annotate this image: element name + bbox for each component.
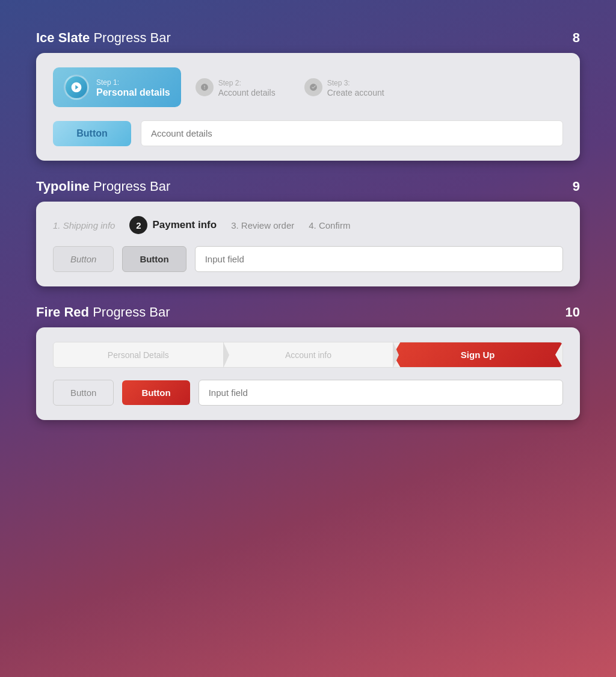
ice-slate-title-bold: Ice Slate xyxy=(36,30,90,45)
step-2-text: Step 2: Account details xyxy=(218,77,276,97)
typoline-step-4: 4. Confirm xyxy=(309,220,350,230)
step-1-detail: Personal details xyxy=(96,87,170,98)
step-1-text: Step 1: Personal details xyxy=(96,76,170,98)
ice-slate-section-label: Ice Slate Progress Bar 8 xyxy=(36,30,580,46)
ice-slate-step-1[interactable]: Step 1: Personal details xyxy=(53,67,181,107)
ice-slate-controls: Button xyxy=(53,120,563,146)
fire-button-red[interactable]: Button xyxy=(122,380,189,405)
ice-slate-number: 8 xyxy=(573,30,580,46)
step-1-icon xyxy=(64,75,89,100)
step-2-label: Step 2: xyxy=(218,79,241,87)
ice-slate-card: Step 1: Personal details Step 2: Account… xyxy=(36,53,580,161)
ice-slate-input[interactable] xyxy=(141,120,563,146)
fire-step-1: Personal Details xyxy=(54,342,224,367)
step-1-label: Step 1: xyxy=(96,78,119,87)
typoline-step-3: 3. Review order xyxy=(231,220,294,230)
ice-slate-title-rest: Progress Bar xyxy=(90,30,171,45)
step-2-detail: Account details xyxy=(218,88,276,97)
step-2-icon xyxy=(196,78,214,96)
main-container: Ice Slate Progress Bar 8 Step 1: Persona… xyxy=(0,0,616,677)
fire-red-controls: Button Button xyxy=(53,380,563,406)
fire-red-title: Fire Red Progress Bar xyxy=(36,304,170,320)
typoline-steps: 1. Shipping info 2 Payment info 3. Revie… xyxy=(53,216,563,234)
ice-slate-steps: Step 1: Personal details Step 2: Account… xyxy=(53,67,563,107)
typoline-title-bold: Typoline xyxy=(36,179,90,194)
fire-red-number: 10 xyxy=(565,304,580,320)
fire-input[interactable] xyxy=(199,380,563,406)
fire-red-title-rest: Progress Bar xyxy=(89,304,170,320)
fire-button-light[interactable]: Button xyxy=(53,380,114,406)
ice-slate-step-3: Step 3: Create account xyxy=(290,70,399,105)
typoline-title: Typoline Progress Bar xyxy=(36,179,170,194)
typoline-controls: Button Button xyxy=(53,246,563,272)
typoline-step-2-badge: 2 xyxy=(129,216,147,234)
typoline-input[interactable] xyxy=(195,246,563,272)
fire-red-title-bold: Fire Red xyxy=(36,304,89,320)
fire-step-3[interactable]: Sign Up xyxy=(393,342,562,367)
typoline-card: 1. Shipping info 2 Payment info 3. Revie… xyxy=(36,202,580,286)
typoline-title-rest: Progress Bar xyxy=(90,179,171,194)
typoline-step-2-label: Payment info xyxy=(152,219,217,231)
typoline-section-label: Typoline Progress Bar 9 xyxy=(36,179,580,194)
step-3-detail: Create account xyxy=(327,88,384,97)
typoline-button-dark[interactable]: Button xyxy=(122,246,186,272)
step-3-icon xyxy=(304,78,322,96)
ice-slate-step-2: Step 2: Account details xyxy=(181,70,290,105)
fire-red-section-label: Fire Red Progress Bar 10 xyxy=(36,304,580,320)
ice-slate-title: Ice Slate Progress Bar xyxy=(36,30,171,46)
typoline-step-1: 1. Shipping info xyxy=(53,220,115,230)
fire-red-steps: Personal Details Account info Sign Up xyxy=(53,342,563,368)
fire-red-card: Personal Details Account info Sign Up Bu… xyxy=(36,327,580,420)
typoline-button-light[interactable]: Button xyxy=(53,246,114,272)
typoline-step-2: 2 Payment info xyxy=(129,216,217,234)
ice-slate-button[interactable]: Button xyxy=(53,121,131,146)
step-3-text: Step 3: Create account xyxy=(327,77,384,97)
step-3-label: Step 3: xyxy=(327,79,350,87)
fire-step-2: Account info xyxy=(224,342,394,367)
typoline-number: 9 xyxy=(573,179,580,194)
